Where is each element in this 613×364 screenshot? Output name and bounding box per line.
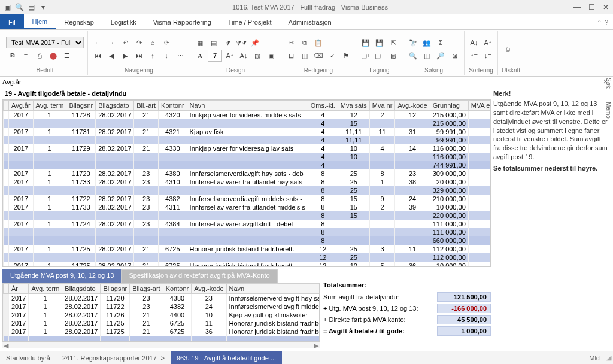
column-header[interactable]: Bilagsdato xyxy=(96,101,134,111)
detail-grid[interactable]: Avg.årAvg. termBilagsnrBilagsdatoBil.-ar… xyxy=(2,99,491,267)
status-mld[interactable]: Mld xyxy=(589,354,600,362)
first-icon[interactable]: ⏮ xyxy=(92,50,104,62)
flag-icon[interactable]: ⚑ xyxy=(340,50,352,62)
column-header[interactable]: Avg.år xyxy=(9,101,34,111)
column-header[interactable]: Avg.-kode xyxy=(192,284,226,294)
table-row[interactable]: 2017128.02.20171172521672511Honorar juri… xyxy=(4,319,320,327)
tab-spec-mva[interactable]: Spesifikasjon av direkteført avgift på M… xyxy=(121,269,277,283)
table-row[interactable]: 2017128.02.20171172621440010Kjøp av gull… xyxy=(4,311,320,319)
sidebar-search-tab[interactable]: Søk xyxy=(605,78,612,89)
table-row[interactable]: 410116 000,0011 600,00 xyxy=(4,153,491,161)
column-header[interactable]: Grunnlag xyxy=(430,101,468,111)
column-header[interactable]: Bil.-art xyxy=(134,101,159,111)
remove-row-icon[interactable]: ▢− xyxy=(374,50,386,62)
bg-color-icon[interactable]: ▧ xyxy=(251,50,263,62)
print-icon[interactable]: ⎙ xyxy=(502,43,514,55)
column-header[interactable]: Avg.-kode xyxy=(395,101,430,111)
toggle-icon[interactable]: ⊟ xyxy=(285,50,297,62)
cut-icon[interactable]: ✂ xyxy=(285,37,297,48)
font-letter[interactable]: A xyxy=(194,50,206,62)
table-row[interactable]: 8111 000,00 xyxy=(4,228,491,236)
save-all-icon[interactable]: 💾 xyxy=(374,37,386,48)
sort-d-icon[interactable]: A↑ xyxy=(482,37,494,48)
column-header[interactable]: MVA eks. innførsel og direkteført MVA xyxy=(468,101,491,111)
column-header[interactable]: Bilagsdato xyxy=(62,284,101,294)
hide-icon[interactable]: ▨ xyxy=(387,50,399,62)
more-nav-icon[interactable]: ⋯ xyxy=(174,50,186,62)
column-header[interactable]: Kontonr xyxy=(159,101,187,111)
back-icon[interactable]: ← xyxy=(92,37,104,48)
left-align-icon[interactable]: ≡ xyxy=(20,50,32,62)
table-row[interactable]: 411,1199 991,0011 109,00 xyxy=(4,136,491,144)
house-icon[interactable]: ⌂ xyxy=(147,37,159,48)
table-row[interactable]: 201711172228.02.2017234382Innførselsmerv… xyxy=(4,195,491,203)
column-header[interactable]: Kontonr xyxy=(163,284,192,294)
column-header[interactable]: Navn xyxy=(187,101,308,111)
paste-icon[interactable]: 📋 xyxy=(312,37,324,48)
table-row[interactable]: 2017128.02.20171172223438224Innførselsme… xyxy=(4,302,320,311)
crumb-reports[interactable]: 2411. Regnskapsrapporter 2017 -> xyxy=(56,351,171,364)
column-header[interactable]: År xyxy=(9,284,29,294)
printer-icon[interactable]: ⎙ xyxy=(34,50,45,62)
find-icon[interactable]: 🔍 xyxy=(407,50,419,62)
export-icon[interactable]: ⇱ xyxy=(387,37,399,48)
table-row[interactable]: 415215 000,0032 250,00 xyxy=(4,119,491,128)
crumb-current[interactable]: 963. 19 - Avgift å betale/til gode ... xyxy=(171,351,282,364)
table-row[interactable]: 825329 000,0077 250,005 000,00 xyxy=(4,186,491,195)
last-icon[interactable]: ⏭ xyxy=(133,50,145,62)
column-header[interactable]: Avg. term xyxy=(33,101,66,111)
document-selector[interactable]: Test MVA 2017 - Fullt fr xyxy=(6,37,84,48)
menu-accounting[interactable]: Regnskap xyxy=(56,14,102,29)
table-row[interactable]: 201711172428.02.2017234384Innførsel av v… xyxy=(4,220,491,228)
collapse-ribbon-icon[interactable]: ^ xyxy=(598,19,601,26)
select-icon[interactable]: ◫ xyxy=(299,50,311,62)
column-header[interactable]: Bilags-art xyxy=(130,284,163,294)
table-row[interactable]: 201711172528.02.2017216725Honorar juridi… xyxy=(4,245,491,253)
sidebar-memo-tab[interactable]: Memo xyxy=(605,102,612,119)
font-size-input[interactable] xyxy=(208,50,222,62)
refresh-icon[interactable]: ⟳ xyxy=(160,37,172,48)
column-header[interactable]: Navn xyxy=(226,284,320,294)
layout1-icon[interactable]: ▦ xyxy=(194,37,206,48)
reset-zoom-icon[interactable]: ⊠ xyxy=(448,50,460,62)
binoculars-icon[interactable]: 🔭 xyxy=(407,37,419,48)
sort-asc2-icon[interactable]: ↑≡ xyxy=(468,50,480,62)
copy-icon[interactable]: ⧉ xyxy=(299,37,311,48)
column-header[interactable]: Oms.-kl. xyxy=(308,101,338,111)
people-icon[interactable]: 👥 xyxy=(421,37,433,48)
column-header[interactable]: Mva nr xyxy=(369,101,395,111)
resize-grip-icon[interactable]: ◢ xyxy=(605,354,613,362)
new-doc-icon[interactable]: ▤ xyxy=(26,2,36,12)
sort-a-icon[interactable]: A↓ xyxy=(468,37,480,48)
tab-outgoing-mva[interactable]: Utgående MVA post 9, 10, 12 og 13 xyxy=(2,269,122,283)
tab-avgaar[interactable]: Avg.år xyxy=(2,78,22,86)
outgoing-mva-grid[interactable]: ÅrAvg. termBilagsdatoBilagsnrBilags-artK… xyxy=(2,283,320,341)
minimize-icon[interactable]: — xyxy=(572,2,582,12)
crumb-start[interactable]: Startvindu byrå xyxy=(0,351,56,364)
table-row[interactable]: 201711173328.02.2017234311Innførsel av v… xyxy=(4,203,491,211)
color-icon[interactable]: ⬤ xyxy=(47,50,59,62)
column-header[interactable]: Bilagsnr xyxy=(101,284,130,294)
prev-icon[interactable]: ◀ xyxy=(105,50,117,62)
table-row[interactable]: 8660 000,00108 750,006 500,00 xyxy=(4,236,491,245)
font-color-icon[interactable]: ▣ xyxy=(265,50,277,62)
redo-icon[interactable]: ↷ xyxy=(133,37,145,48)
list-icon[interactable]: ☰ xyxy=(61,50,73,62)
shrink-font-icon[interactable]: A↓ xyxy=(238,50,250,62)
dropdown-icon[interactable]: ▾ xyxy=(38,2,48,12)
close-icon[interactable]: ✕ xyxy=(601,2,611,12)
menu-admin[interactable]: Administrasjon xyxy=(280,14,340,29)
table-row[interactable]: 4744 991,00133 459,00 xyxy=(4,161,491,169)
table-row[interactable]: 201711172528.02.2017216725Honorar juridi… xyxy=(4,262,491,267)
menu-time[interactable]: Time / Prosjekt xyxy=(220,14,280,29)
down-icon[interactable]: ↓ xyxy=(160,50,172,62)
menu-home[interactable]: Hjem xyxy=(24,14,56,29)
column-header[interactable]: Bilagsnr xyxy=(66,101,96,111)
pin-icon[interactable]: 📌 xyxy=(249,37,261,48)
table-row[interactable]: 201711173128.02.2017214321Kjøp av fisk41… xyxy=(4,128,491,136)
search-icon[interactable]: 🔍 xyxy=(14,2,24,12)
table-row[interactable]: 2017128.02.20171172521672536Honorar juri… xyxy=(4,327,320,336)
sort-desc2-icon[interactable]: ↓≡ xyxy=(482,50,494,62)
zoom-icon[interactable]: 🔎 xyxy=(435,50,447,62)
grow-font-icon[interactable]: A↑ xyxy=(224,50,236,62)
